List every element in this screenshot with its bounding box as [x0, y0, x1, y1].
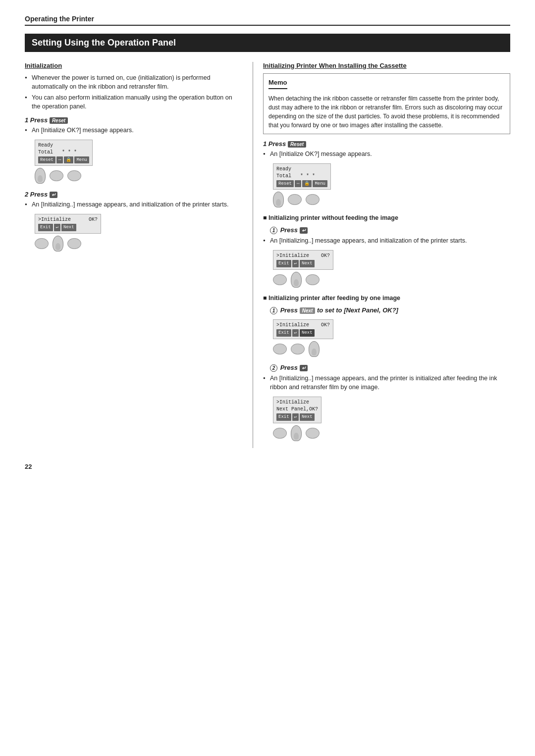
lcd2-buttons: Exit ↵ Next — [38, 224, 98, 231]
section-b-step2-text: Press — [280, 364, 298, 371]
right-phys-btns-a — [273, 272, 333, 288]
left-step1-label: 1 Press Reset — [25, 116, 238, 124]
right-lcd1-btn-arrow: ↔ — [295, 180, 301, 188]
lcd-c-btn-enter: ↵ — [292, 413, 299, 421]
right-phys-btn-a3 — [306, 274, 320, 285]
right-phys-btn-2 — [288, 194, 302, 205]
page-number: 22 — [25, 463, 510, 470]
lcd-a-btn-exit: Exit — [276, 260, 291, 267]
bullet-1: Whenever the power is turned on, cue (in… — [25, 73, 238, 91]
right-lcd-c: >Initialize Next Panel,OK? Exit ↵ Next — [273, 397, 321, 441]
right-phys-btns-c — [273, 425, 321, 441]
right-phys-btn-a2 — [291, 272, 302, 288]
right-phys-btn-b2 — [291, 344, 305, 354]
lcd-a-btn-next: Next — [300, 260, 315, 267]
right-lcd1-buttons: Reset ↔ 🔒 Menu — [276, 180, 327, 188]
left-phys-btns2 — [35, 236, 101, 252]
bullet-2: You can also perform initialization manu… — [25, 93, 238, 111]
right-lcd-c-group: >Initialize Next Panel,OK? Exit ↵ Next — [273, 397, 510, 441]
phys-btn-5 — [53, 236, 63, 252]
right-lcd-b-buttons: Exit ↵ Next — [276, 329, 330, 337]
reset-btn-label: Reset — [50, 117, 68, 124]
right-lcd1-line2: Total * * * — [276, 173, 327, 180]
step1-note-text: An [Initialize OK?] message appears. — [25, 126, 238, 135]
left-lcd2: >Initialize OK? Exit ↵ Next — [35, 214, 101, 252]
right-phys-btn-b3 — [309, 341, 320, 357]
right-lcd-b-line1: >Initialize OK? — [276, 322, 330, 329]
lcd1-btn-arrow: ↔ — [56, 156, 63, 164]
section-a-note: An [Initializing..] message appears, and… — [263, 236, 510, 245]
right-lcd-c-line2: Next Panel,OK? — [276, 406, 318, 413]
section-b-note: An [Initializing..] message appears, and… — [263, 374, 510, 392]
right-lcd1-btn-lock: 🔒 — [302, 180, 312, 188]
lcd1-line1: Ready — [38, 142, 89, 149]
section-b-step1-text: Press — [280, 306, 298, 314]
init-subsection-title: Initialization — [25, 62, 238, 69]
left-lcd1-group: Ready Total * * * Reset ↔ 🔒 Menu — [35, 140, 238, 184]
section-b-step1-note: to set to [Next Panel, OK?] — [317, 306, 398, 314]
phys-btn-2 — [50, 170, 63, 181]
circle-1-a: 1 — [270, 227, 277, 234]
lcd2-btn-next: Next — [61, 224, 76, 231]
phys-btn-1 — [35, 168, 46, 184]
lcd-a-btn-enter: ↵ — [292, 260, 299, 267]
right-lcd-a: >Initialize OK? Exit ↵ Next — [273, 250, 333, 288]
right-phys-btn-c1 — [273, 428, 287, 439]
section-b-next-btn: Next — [300, 307, 316, 314]
right-lcd-a-line1: >Initialize OK? — [276, 252, 330, 259]
section-title: Setting Using the Operation Panel — [25, 34, 510, 52]
right-phys-btn-b1 — [273, 344, 287, 354]
right-lcd1: Ready Total * * * Reset ↔ 🔒 Menu — [273, 163, 331, 208]
lcd2-btn-exit: Exit — [38, 224, 53, 231]
init-bullets: Whenever the power is turned on, cue (in… — [25, 73, 238, 111]
right-lcd-b: >Initialize OK? Exit ↵ Next — [273, 319, 333, 357]
right-lcd-a-screen: >Initialize OK? Exit ↵ Next — [273, 250, 333, 270]
enter-btn-label: ↵ — [50, 192, 57, 198]
right-reset-btn: Reset — [288, 141, 306, 148]
step2-note-text: An [Initializing..] message appears, and… — [25, 200, 238, 209]
right-lcd-a-group: >Initialize OK? Exit ↵ Next — [273, 250, 510, 288]
right-lcd1-btn-menu: Menu — [313, 180, 327, 188]
right-lcd1-screen: Ready Total * * * Reset ↔ 🔒 Menu — [273, 163, 331, 190]
left-step2-note: An [Initializing..] message appears, and… — [25, 200, 238, 209]
page-header: Operating the Printer — [25, 15, 510, 26]
lcd1-buttons: Reset ↔ 🔒 Menu — [38, 156, 89, 164]
lcd2-line1: >Initialize OK? — [38, 216, 98, 223]
right-main-title: Initializing Printer When Installing the… — [263, 62, 510, 69]
right-lcd-b-group: >Initialize OK? Exit ↵ Next — [273, 319, 510, 357]
phys-btn-4 — [35, 238, 49, 249]
lcd2-btn-enter: ↵ — [54, 224, 60, 231]
right-phys-btn-c3 — [306, 428, 320, 439]
memo-text: When detaching the ink ribbon cassette o… — [268, 94, 505, 130]
lcd-b-btn-exit: Exit — [276, 329, 291, 337]
left-column: Initialization Whenever the power is tur… — [25, 62, 238, 448]
lcd-b-btn-next: Next — [300, 329, 315, 337]
lcd1-btn-reset: Reset — [38, 156, 55, 164]
left-lcd2-group: >Initialize OK? Exit ↵ Next — [35, 214, 238, 252]
section-b-step1: 1 Press Next to set to [Next Panel, OK?] — [270, 306, 510, 314]
right-step1-label: 1 Press Reset — [263, 140, 510, 148]
right-lcd1-btn-reset: Reset — [276, 180, 294, 188]
right-column: Initializing Printer When Installing the… — [253, 62, 510, 448]
memo-title: Memo — [268, 78, 287, 89]
right-phys-btn-3 — [306, 194, 320, 205]
right-lcd-b-screen: >Initialize OK? Exit ↵ Next — [273, 319, 333, 339]
right-lcd1-group: Ready Total * * * Reset ↔ 🔒 Menu — [273, 163, 510, 208]
lcd1-btn-menu: Menu — [74, 156, 89, 164]
section-a-note-text: An [Initializing..] message appears, and… — [263, 236, 510, 245]
lcd1-btn-lock: 🔒 — [64, 156, 73, 164]
left-lcd1-screen: Ready Total * * * Reset ↔ 🔒 Menu — [35, 140, 93, 166]
right-phys-btn-c2 — [291, 425, 302, 441]
right-phys-btn-a1 — [273, 274, 287, 285]
right-step1-note: An [Initialize OK?] message appears. — [263, 150, 510, 158]
left-lcd2-screen: >Initialize OK? Exit ↵ Next — [35, 214, 101, 234]
right-phys-btns-b — [273, 341, 333, 357]
section-b-step2: 2 Press ↵ — [270, 364, 510, 372]
section-b-note-text: An [Initializing..] message appears, and… — [263, 374, 510, 392]
right-step1-text: 1 Press — [263, 140, 286, 148]
left-step1-note: An [Initialize OK?] message appears. — [25, 126, 238, 135]
section-a-enter-btn: ↵ — [300, 227, 308, 234]
right-phys-btn-1 — [273, 192, 284, 207]
right-phys-btns1 — [273, 192, 331, 207]
memo-box: Memo When detaching the ink ribbon casse… — [263, 73, 510, 134]
